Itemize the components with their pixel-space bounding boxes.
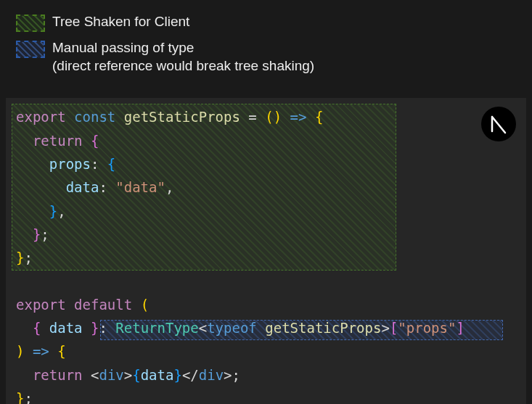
code-line-5: }, <box>16 199 516 223</box>
legend-item-blue: Manual passing of type (direct reference… <box>16 39 516 75</box>
code-line-10: { data }: ReturnType<typeof getStaticPro… <box>16 316 516 339</box>
legend-text-green: Tree Shaken for Client <box>52 13 189 31</box>
code-line-3: props: { <box>16 152 516 176</box>
code-line-13: }; <box>16 387 516 404</box>
code-line-12: return <div>{data}</div>; <box>16 363 516 387</box>
code-line-6: }; <box>16 223 516 246</box>
code-line-9: export default ( <box>16 293 516 316</box>
legend-blue-line2: (direct reference would break tree shaki… <box>52 58 314 73</box>
code-line-7: }; <box>16 246 516 269</box>
code-line-2: return { <box>16 129 516 152</box>
swatch-blue-icon <box>16 41 45 58</box>
code-line-8 <box>16 269 516 292</box>
code-line-11: ) => { <box>16 339 516 363</box>
code-line-4: data: "data", <box>16 176 516 199</box>
code-line-1: export const getStaticProps = () => { <box>16 105 516 128</box>
legend-item-green: Tree Shaken for Client <box>16 13 516 32</box>
legend-blue-line1: Manual passing of type <box>52 40 194 55</box>
legend-text-blue: Manual passing of type (direct reference… <box>52 39 314 75</box>
swatch-green-icon <box>16 15 45 32</box>
legend: Tree Shaken for Client Manual passing of… <box>0 0 532 89</box>
code-block: export const getStaticProps = () => { re… <box>6 98 526 404</box>
